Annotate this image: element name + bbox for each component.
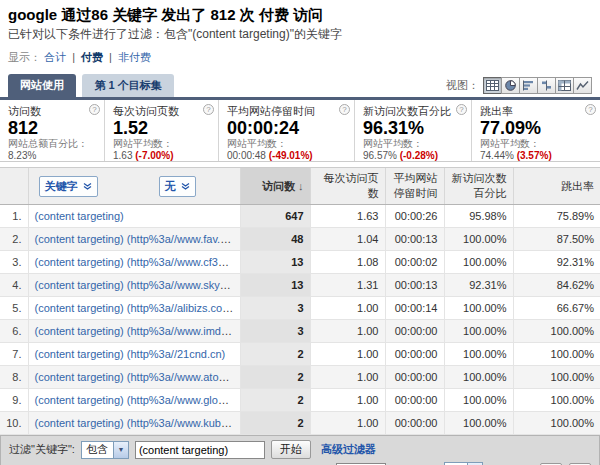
visits-cell: 3 xyxy=(240,320,310,343)
help-icon[interactable]: ? xyxy=(456,104,467,115)
tab-site-usage[interactable]: 网站使用 xyxy=(8,74,76,97)
new-visits-cell: 100.00% xyxy=(444,366,513,389)
visits-column-header[interactable]: 访问数 ↓ xyxy=(240,168,310,205)
new-visits-cell: 100.00% xyxy=(444,320,513,343)
metric-sub-label: 网站平均数： xyxy=(480,138,596,150)
keyword-link[interactable]: (content targeting) (http%3a//www.fav.co… xyxy=(35,233,241,245)
metric-card: 每次访问页数 ? 1.52 网站平均数： 1.63 (-7.00%) xyxy=(105,100,219,161)
metric-change: (-0.28%) xyxy=(400,150,438,161)
report-header: google 通过86 关键字 发出了 812 次 付费 访问 已针对以下条件进… xyxy=(0,0,600,65)
table-header-row: 关键字 无 访问数 ↓ 每次访问页数 平均网站停留时间 新访问次数百分比 跳出率 xyxy=(0,168,600,205)
visits-cell: 2 xyxy=(240,343,310,366)
bounce-cell: 92.31% xyxy=(513,251,600,274)
time-cell: 00:00:00 xyxy=(385,320,444,343)
keyword-link[interactable]: (content targeting) xyxy=(35,210,124,222)
trend-view-icon[interactable] xyxy=(573,77,592,94)
start-filter-button[interactable]: 开始 xyxy=(271,440,311,459)
row-index: 9. xyxy=(0,389,28,412)
visits-cell: 647 xyxy=(240,205,310,228)
pages-cell: 1.00 xyxy=(310,412,385,435)
metric-change: (3.57%) xyxy=(517,150,552,161)
new-visits-cell: 100.00% xyxy=(444,297,513,320)
pivot-view-icon[interactable] xyxy=(555,77,574,94)
metric-sub-value: 1.63 (-7.00%) xyxy=(113,150,214,162)
double-chevron-down-icon xyxy=(181,182,190,191)
dimension-column-header: 关键字 无 xyxy=(28,168,240,205)
pages-cell: 1.00 xyxy=(310,320,385,343)
bounce-cell: 75.89% xyxy=(513,205,600,228)
row-index: 6. xyxy=(0,320,28,343)
help-icon[interactable]: ? xyxy=(585,104,596,115)
tab-goal-set[interactable]: 第 1 个目标集 xyxy=(82,74,173,97)
metric-sub-value: 74.44% (3.57%) xyxy=(480,150,596,162)
keyword-link[interactable]: (content targeting) (http%3a//www.kubizs… xyxy=(35,417,241,429)
pages-cell: 1.31 xyxy=(310,274,385,297)
show-paid-selected[interactable]: 付费 xyxy=(81,51,103,63)
index-column-header xyxy=(0,168,28,205)
metric-value: 812 xyxy=(8,119,100,138)
help-icon[interactable]: ? xyxy=(203,104,214,115)
advanced-filter-link[interactable]: 高级过滤器 xyxy=(321,442,376,457)
keyword-cell: (content targeting) (http%3a//www.global… xyxy=(28,389,240,412)
bounce-cell: 84.62% xyxy=(513,274,600,297)
bounce-cell: 100.00% xyxy=(513,412,600,435)
keyword-link[interactable]: (content targeting) (http%3a//www.cf339.… xyxy=(35,256,241,268)
tab-bar: 网站使用 第 1 个目标集 视图： xyxy=(0,74,600,97)
table-row: 7. (content targeting) (http%3a//21cnd.c… xyxy=(0,343,600,366)
match-type-select[interactable]: 包含 ▼ xyxy=(81,441,129,459)
keywords-table: 关键字 无 访问数 ↓ 每次访问页数 平均网站停留时间 新访问次数百分比 跳出率 xyxy=(0,167,600,435)
visits-cell: 2 xyxy=(240,412,310,435)
metric-card: 访问数 ? 812 网站总额百分比： 8.23% xyxy=(0,100,105,161)
metrics-row: 访问数 ? 812 网站总额百分比： 8.23% 每次访问页数 ? 1.52 网… xyxy=(0,100,600,162)
keyword-cell: (content targeting) (http%3a//www.imdvd.… xyxy=(28,320,240,343)
bounce-cell: 100.00% xyxy=(513,366,600,389)
visits-cell: 13 xyxy=(240,251,310,274)
row-index: 8. xyxy=(0,366,28,389)
pages-column-header[interactable]: 每次访问页数 xyxy=(310,168,385,205)
new-visits-column-header[interactable]: 新访问次数百分比 xyxy=(444,168,513,205)
time-cell: 00:00:02 xyxy=(385,251,444,274)
show-total-link[interactable]: 合计 xyxy=(44,51,66,63)
metric-value: 00:00:24 xyxy=(227,119,350,138)
page-title: google 通过86 关键字 发出了 812 次 付费 访问 xyxy=(8,5,592,24)
metric-title: 新访问次数百分比 xyxy=(363,104,451,119)
keyword-link[interactable]: (content targeting) (http%3a//www.imdvd.… xyxy=(35,325,241,337)
keyword-link[interactable]: (content targeting) (http%3a//www.atobo.… xyxy=(35,371,241,383)
new-visits-cell: 100.00% xyxy=(444,343,513,366)
help-icon[interactable]: ? xyxy=(89,104,100,115)
bounce-cell: 66.67% xyxy=(513,297,600,320)
bar-view-icon[interactable] xyxy=(519,77,538,94)
help-icon[interactable]: ? xyxy=(339,104,350,115)
dimension-select[interactable]: 关键字 xyxy=(39,176,98,197)
comparison-view-icon[interactable] xyxy=(537,77,556,94)
time-column-header[interactable]: 平均网站停留时间 xyxy=(385,168,444,205)
keyword-link[interactable]: (content targeting) (http%3a//alibizs.co… xyxy=(35,302,236,314)
table-row: 5. (content targeting) (http%3a//alibizs… xyxy=(0,297,600,320)
filter-note: 已针对以下条件进行了过滤：包含"(content targeting)"的关键字 xyxy=(8,26,592,43)
show-options-row: 显示： 合计 | 付费 | 非付费 xyxy=(8,50,592,65)
secondary-dimension-select[interactable]: 无 xyxy=(159,176,196,197)
metric-title: 每次访问页数 xyxy=(113,104,179,119)
pie-view-icon[interactable] xyxy=(501,77,520,94)
metric-sub-value: 96.57% (-0.28%) xyxy=(363,150,467,162)
keyword-link[interactable]: (content targeting) (http%3a//www.sky123… xyxy=(35,279,241,291)
new-visits-cell: 100.00% xyxy=(444,251,513,274)
metric-title: 访问数 xyxy=(8,104,41,119)
filter-keyword-input[interactable] xyxy=(135,441,265,459)
show-label: 显示： xyxy=(8,51,41,63)
new-visits-cell: 92.31% xyxy=(444,274,513,297)
time-cell: 00:00:00 xyxy=(385,366,444,389)
keyword-link[interactable]: (content targeting) (http%3a//www.global… xyxy=(35,394,241,406)
metric-sub-value: 00:00:48 (-49.01%) xyxy=(227,150,350,162)
pages-cell: 1.63 xyxy=(310,205,385,228)
keyword-link[interactable]: (content targeting) (http%3a//21cnd.cn) xyxy=(35,348,226,360)
divider: | xyxy=(109,51,112,63)
table-row: 1. (content targeting) 647 1.63 00:00:26… xyxy=(0,205,600,228)
show-unpaid-link[interactable]: 非付费 xyxy=(118,51,151,63)
bounce-column-header[interactable]: 跳出率 xyxy=(513,168,600,205)
view-controls: 视图： xyxy=(446,77,592,94)
table-row: 3. (content targeting) (http%3a//www.cf3… xyxy=(0,251,600,274)
table-view-icon[interactable] xyxy=(483,77,502,94)
keyword-cell: (content targeting) (http%3a//www.fav.co… xyxy=(28,228,240,251)
double-chevron-down-icon xyxy=(83,182,92,191)
